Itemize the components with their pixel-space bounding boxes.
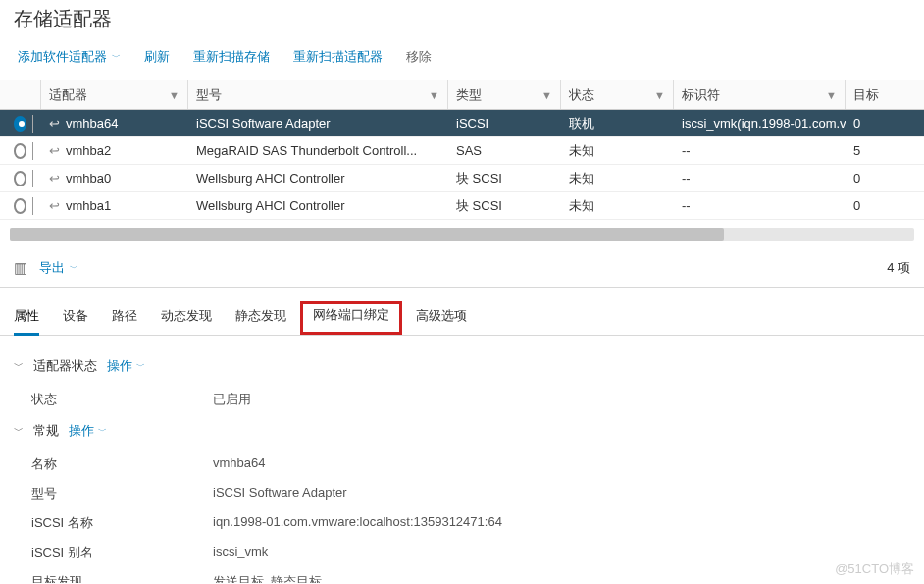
grid-header: 适配器▼ 型号▼ 类型▼ 状态▼ 标识符▼ 目标 xyxy=(0,80,924,110)
adapter-icon: ↩ xyxy=(49,198,60,213)
filter-icon[interactable]: ▼ xyxy=(541,89,552,101)
grid-header-targets[interactable]: 目标 xyxy=(846,80,909,109)
adapter-icon: ↩ xyxy=(49,143,60,158)
page-title: 存储适配器 xyxy=(0,0,924,42)
horizontal-scrollbar[interactable] xyxy=(10,228,914,241)
table-row[interactable]: ↩vmhba64 iSCSI Software Adapter iSCSI 联机… xyxy=(0,110,924,137)
watermark: @51CTO博客 xyxy=(835,560,914,578)
grid-header-model[interactable]: 型号▼ xyxy=(188,80,448,109)
columns-icon[interactable]: ▥ xyxy=(14,259,27,277)
radio-unselected[interactable] xyxy=(14,198,26,214)
rescan-adapter-button[interactable]: 重新扫描适配器 xyxy=(293,48,383,66)
tab-static-discovery[interactable]: 静态发现 xyxy=(235,303,286,335)
tab-port-binding[interactable]: 网络端口绑定 xyxy=(300,301,402,335)
tab-advanced[interactable]: 高级选项 xyxy=(416,303,467,335)
section-adapter-status[interactable]: ﹀ 适配器状态 操作﹀ xyxy=(14,357,910,375)
table-row[interactable]: ↩vmhba1 Wellsburg AHCI Controller 块 SCSI… xyxy=(0,192,924,220)
grid-header-adapter[interactable]: 适配器▼ xyxy=(41,80,188,109)
table-row[interactable]: ↩vmhba0 Wellsburg AHCI Controller 块 SCSI… xyxy=(0,165,924,192)
radio-selected[interactable] xyxy=(14,116,26,132)
adapter-status-actions[interactable]: 操作﹀ xyxy=(107,357,145,375)
adapter-icon: ↩ xyxy=(49,116,60,131)
section-general[interactable]: ﹀ 常规 操作﹀ xyxy=(14,422,910,440)
refresh-button[interactable]: 刷新 xyxy=(144,48,170,66)
chevron-down-icon: ﹀ xyxy=(14,424,24,438)
filter-icon[interactable]: ▼ xyxy=(654,89,665,101)
general-actions[interactable]: 操作﹀ xyxy=(69,422,107,440)
filter-icon[interactable]: ▼ xyxy=(429,89,439,101)
adapter-icon: ↩ xyxy=(49,171,60,186)
add-adapter-button[interactable]: 添加软件适配器﹀ xyxy=(18,48,121,66)
export-button[interactable]: 导出﹀ xyxy=(39,259,78,277)
filter-icon[interactable]: ▼ xyxy=(826,89,837,101)
table-row[interactable]: ↩vmhba2 MegaRAID SAS Thunderbolt Control… xyxy=(0,137,924,165)
chevron-down-icon: ﹀ xyxy=(70,262,78,275)
chevron-down-icon: ﹀ xyxy=(112,51,121,64)
prop-status: 状态 已启用 xyxy=(14,385,910,414)
radio-unselected[interactable] xyxy=(14,143,26,159)
tab-devices[interactable]: 设备 xyxy=(63,303,88,335)
filter-icon[interactable]: ▼ xyxy=(169,89,180,101)
chevron-down-icon: ﹀ xyxy=(136,360,145,373)
chevron-down-icon: ﹀ xyxy=(98,425,107,438)
rescan-storage-button[interactable]: 重新扫描存储 xyxy=(193,48,270,66)
grid-footer: ▥ 导出﹀ 4 项 xyxy=(0,255,924,288)
grid-header-status[interactable]: 状态▼ xyxy=(561,80,674,109)
prop-model: 型号 iSCSI Software Adapter xyxy=(14,479,910,508)
prop-name: 名称 vmhba64 xyxy=(14,450,910,479)
grid-header-radio xyxy=(0,80,41,109)
grid-header-identifier[interactable]: 标识符▼ xyxy=(674,80,846,109)
adapter-grid: 适配器▼ 型号▼ 类型▼ 状态▼ 标识符▼ 目标 ↩vmhba64 iSCSI … xyxy=(0,80,924,288)
tab-dynamic-discovery[interactable]: 动态发现 xyxy=(161,303,212,335)
detail-pane: ﹀ 适配器状态 操作﹀ 状态 已启用 ﹀ 常规 操作﹀ 名称 vmhba64 型… xyxy=(0,336,924,583)
remove-button[interactable]: 移除 xyxy=(406,48,432,66)
prop-target-discovery: 目标发现 发送目标, 静态目标 xyxy=(14,567,910,583)
chevron-down-icon: ﹀ xyxy=(14,359,24,373)
prop-iscsi-name: iSCSI 名称 iqn.1998-01.com.vmware:localhos… xyxy=(14,508,910,538)
row-count: 4 项 xyxy=(887,259,910,277)
tab-paths[interactable]: 路径 xyxy=(112,303,137,335)
grid-header-type[interactable]: 类型▼ xyxy=(448,80,561,109)
toolbar: 添加软件适配器﹀ 刷新 重新扫描存储 重新扫描适配器 移除 xyxy=(0,42,924,80)
prop-iscsi-alias: iSCSI 别名 iscsi_vmk xyxy=(14,538,910,567)
detail-tabs: 属性 设备 路径 动态发现 静态发现 网络端口绑定 高级选项 xyxy=(0,288,924,336)
radio-unselected[interactable] xyxy=(14,171,26,186)
tab-properties[interactable]: 属性 xyxy=(14,303,39,335)
